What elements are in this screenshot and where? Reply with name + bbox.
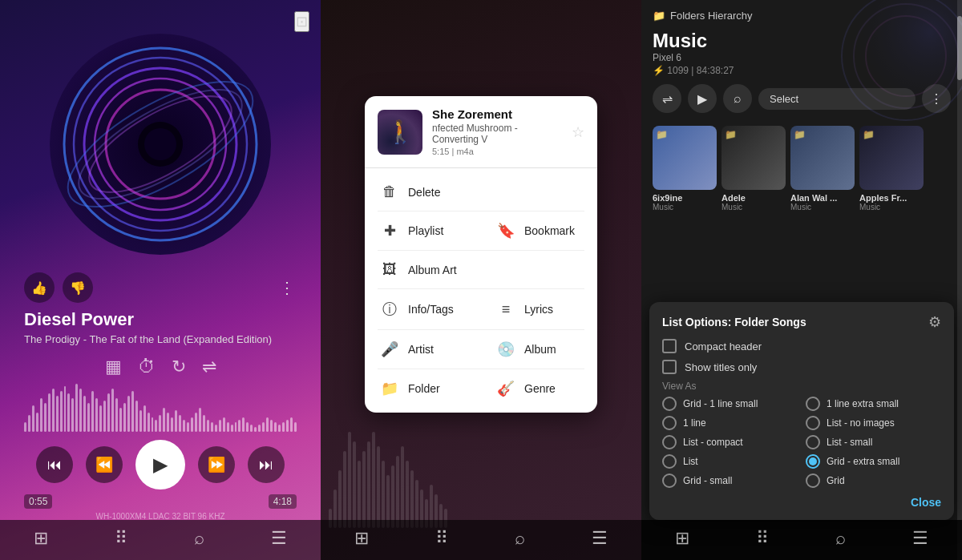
history-icon[interactable]: ⏱ bbox=[138, 357, 156, 377]
grid-item-alan-walker[interactable]: 📁 Alan Wal ... Music bbox=[790, 126, 855, 212]
delete-menu-item[interactable]: 🗑 Delete bbox=[365, 173, 597, 211]
ctx-nav-equalizer-icon[interactable]: ⠿ bbox=[435, 528, 448, 549]
lib-nav-menu-icon[interactable]: ☰ bbox=[912, 528, 928, 549]
rewind-button[interactable]: ⏪ bbox=[86, 446, 123, 483]
breadcrumb[interactable]: 📁 Folders Hierarchy bbox=[653, 10, 753, 22]
grid-item-6ix9ine[interactable]: 📁 6ix9ine Music bbox=[653, 126, 717, 212]
grid-sublabel-alan-walker: Music bbox=[790, 203, 811, 212]
shuffle-button[interactable]: ⇌ bbox=[653, 84, 681, 113]
bookmark-menu-item[interactable]: 🔖 Bookmark bbox=[481, 212, 597, 250]
folder-icon: 📁 bbox=[381, 380, 398, 397]
track-title: Diesel Power bbox=[0, 309, 134, 330]
nav-search-icon[interactable]: ⌕ bbox=[194, 528, 204, 549]
playlist-menu-item[interactable]: ✚ Playlist bbox=[365, 212, 481, 250]
library-search-button[interactable]: ⌕ bbox=[723, 84, 752, 113]
lyrics-icon: ≡ bbox=[497, 301, 515, 318]
library-more-button[interactable]: ⋮ bbox=[922, 84, 951, 113]
shuffle-icon[interactable]: ⇌ bbox=[202, 357, 216, 377]
favorite-star-icon[interactable]: ☆ bbox=[572, 123, 584, 141]
radio-label-grid-1-line-small: Grid - 1 line small bbox=[683, 398, 758, 409]
radio-label-1-line-extra-small: 1 line extra small bbox=[827, 398, 899, 409]
info-tags-label: Info/Tags bbox=[408, 303, 454, 316]
list-options-gear-button[interactable]: ⚙ bbox=[928, 313, 941, 331]
album-menu-item[interactable]: 💿 Album bbox=[481, 330, 597, 369]
radio-label-list-compact: List - compact bbox=[683, 437, 743, 448]
play-all-button[interactable]: ▶ bbox=[688, 84, 717, 113]
waveform-display[interactable] bbox=[24, 384, 297, 432]
radio-grid[interactable]: Grid bbox=[806, 473, 941, 488]
thumbs-up-button[interactable]: 👍 bbox=[24, 272, 55, 303]
grid-item-adele[interactable]: 📁 Adele Music bbox=[722, 126, 786, 212]
fast-forward-button[interactable]: ⏩ bbox=[198, 446, 235, 483]
skip-forward-far-button[interactable]: ⏭ bbox=[248, 446, 285, 483]
list-options-header: List Options: Folder Songs ⚙ bbox=[662, 313, 941, 331]
total-time: 4:18 bbox=[269, 494, 297, 509]
artist-menu-item[interactable]: 🎤 Artist bbox=[365, 330, 481, 369]
compact-header-row: Compact header bbox=[662, 339, 941, 353]
radio-grid-extra-small[interactable]: Grid - extra small bbox=[806, 454, 941, 469]
nav-equalizer-icon[interactable]: ⠿ bbox=[115, 528, 127, 549]
grid-label-adele: Adele bbox=[722, 193, 786, 203]
radio-grid-1-line-small[interactable]: Grid - 1 line small bbox=[662, 397, 798, 411]
more-options-button[interactable]: ⋮ bbox=[279, 278, 297, 297]
radio-circle-grid-1-line-small bbox=[662, 397, 677, 411]
artist-icon: 🎤 bbox=[381, 340, 398, 358]
nav-grid-icon[interactable]: ⊞ bbox=[34, 528, 48, 549]
view-options-grid: Grid - 1 line small 1 line extra small 1… bbox=[662, 397, 941, 488]
grid-thumb-adele: 📁 bbox=[722, 126, 786, 190]
breadcrumb-label: Folders Hierarchy bbox=[670, 10, 753, 22]
cast-button[interactable]: ⊡ bbox=[294, 11, 309, 32]
repeat-icon[interactable]: ↻ bbox=[172, 357, 186, 377]
radio-1-line[interactable]: 1 line bbox=[662, 416, 798, 430]
album-art-label: Album Art bbox=[408, 264, 457, 276]
genre-menu-item[interactable]: 🎸 Genre bbox=[481, 369, 597, 408]
track-artist: The Prodigy - The Fat of the Land (Expan… bbox=[0, 333, 272, 345]
playlist-label: Playlist bbox=[408, 224, 443, 237]
show-titles-checkbox[interactable] bbox=[662, 360, 677, 374]
waveform-icon[interactable]: ▦ bbox=[105, 357, 122, 377]
select-button[interactable]: Select bbox=[758, 88, 916, 110]
list-options-footer: Close bbox=[662, 496, 941, 509]
radio-list-small[interactable]: List - small bbox=[806, 435, 941, 449]
close-button[interactable]: Close bbox=[911, 496, 941, 509]
radio-label-grid-extra-small: Grid - extra small bbox=[827, 456, 899, 467]
radio-list[interactable]: List bbox=[662, 454, 798, 469]
library-grid: 📁 6ix9ine Music 📁 Adele Music 📁 Alan Wal… bbox=[641, 119, 962, 218]
compact-header-checkbox[interactable] bbox=[662, 339, 677, 353]
ctx-nav-search-icon[interactable]: ⌕ bbox=[515, 528, 525, 549]
lib-nav-grid-icon[interactable]: ⊞ bbox=[675, 528, 689, 549]
thumbs-down-button[interactable]: 👎 bbox=[63, 272, 93, 303]
album-art-menu-item[interactable]: 🖼 Album Art bbox=[365, 251, 597, 288]
view-as-label: View As bbox=[662, 381, 941, 392]
folder-genre-row: 📁 Folder 🎸 Genre bbox=[365, 369, 597, 408]
grid-sublabel-6ix9ine: Music bbox=[653, 203, 673, 212]
library-device: Pixel 6 bbox=[653, 52, 951, 63]
folder-overlay-icon-3: 📁 bbox=[794, 129, 806, 140]
library-bottom-nav: ⊞ ⠿ ⌕ ☰ bbox=[641, 520, 962, 560]
grid-item-apples[interactable]: 📁 Apples Fr... Music bbox=[859, 126, 924, 212]
folder-overlay-icon-2: 📁 bbox=[725, 129, 737, 140]
ctx-nav-menu-icon[interactable]: ☰ bbox=[592, 528, 608, 549]
lib-nav-search-icon[interactable]: ⌕ bbox=[835, 528, 846, 549]
skip-back-far-button[interactable]: ⏮ bbox=[36, 446, 73, 483]
nav-menu-icon[interactable]: ☰ bbox=[271, 528, 287, 549]
folder-menu-item[interactable]: 📁 Folder bbox=[365, 369, 481, 408]
current-time: 0:55 bbox=[24, 494, 52, 509]
list-options-dialog: List Options: Folder Songs ⚙ Compact hea… bbox=[649, 302, 954, 520]
radio-label-1-line: 1 line bbox=[683, 417, 706, 429]
radio-grid-small[interactable]: Grid - small bbox=[662, 473, 798, 488]
info-tags-menu-item[interactable]: ⓘ Info/Tags bbox=[365, 289, 481, 329]
radio-circle-list-no-images bbox=[806, 416, 820, 430]
album-art-icon: 🖼 bbox=[381, 261, 398, 278]
lyrics-menu-item[interactable]: ≡ Lyrics bbox=[481, 289, 597, 329]
lib-nav-equalizer-icon[interactable]: ⠿ bbox=[756, 528, 769, 549]
time-row: 0:55 4:18 bbox=[24, 494, 297, 509]
ctx-nav-grid-icon[interactable]: ⊞ bbox=[354, 528, 369, 549]
play-button[interactable]: ▶ bbox=[135, 440, 185, 489]
radio-list-no-images[interactable]: List - no images bbox=[806, 416, 941, 430]
grid-sublabel-apples: Music bbox=[859, 203, 880, 212]
list-options-title: List Options: Folder Songs bbox=[662, 316, 806, 328]
radio-1-line-extra-small[interactable]: 1 line extra small bbox=[806, 397, 941, 411]
player-bottom-nav: ⊞ ⠿ ⌕ ☰ bbox=[0, 520, 321, 560]
radio-list-compact[interactable]: List - compact bbox=[662, 435, 798, 449]
